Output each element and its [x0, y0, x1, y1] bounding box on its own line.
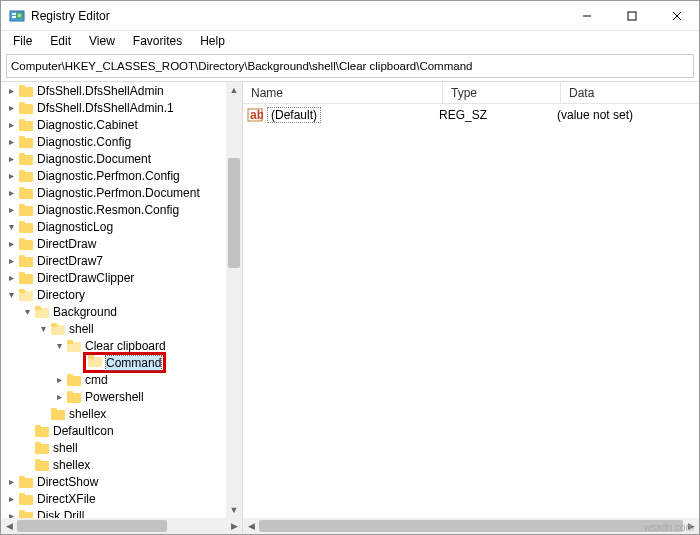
folder-icon	[19, 476, 33, 488]
tree-item-label: Diagnostic.Perfmon.Config	[37, 169, 180, 183]
tree-item-defaulticon[interactable]: DefaultIcon	[1, 422, 226, 439]
tree-item[interactable]: ▸DfsShell.DfsShellAdmin.1	[1, 99, 226, 116]
expand-icon[interactable]	[21, 459, 33, 471]
tree-item-label: Diagnostic.Document	[37, 152, 151, 166]
maximize-button[interactable]	[609, 1, 654, 31]
address-bar[interactable]: Computer\HKEY_CLASSES_ROOT\Directory\Bac…	[6, 54, 694, 78]
scroll-up-button[interactable]: ▲	[226, 82, 242, 98]
expand-icon[interactable]: ▾	[37, 323, 49, 335]
folder-icon	[19, 85, 33, 97]
folder-icon	[19, 493, 33, 505]
tree-item-shell[interactable]: ▾shell	[1, 320, 226, 337]
tree-item-background[interactable]: ▾Background	[1, 303, 226, 320]
tree-item[interactable]: ▸Disk Drill	[1, 507, 226, 518]
expand-icon[interactable]: ▸	[5, 238, 17, 250]
menu-file[interactable]: File	[5, 32, 40, 50]
expand-icon[interactable]: ▸	[53, 391, 65, 403]
expand-icon[interactable]: ▸	[5, 102, 17, 114]
values-hscroll-track[interactable]	[259, 518, 683, 534]
scroll-thumb[interactable]	[228, 158, 240, 268]
expand-icon[interactable]	[21, 442, 33, 454]
tree-item-cmd[interactable]: ▸cmd	[1, 371, 226, 388]
expand-icon[interactable]: ▸	[5, 136, 17, 148]
tree-item-label: Diagnostic.Config	[37, 135, 131, 149]
values-scroll-right-button[interactable]: ▶	[683, 518, 699, 534]
tree-item[interactable]: ▸DfsShell.DfsShellAdmin	[1, 82, 226, 99]
tree-item[interactable]: ▸Diagnostic.Resmon.Config	[1, 201, 226, 218]
expand-icon[interactable]: ▸	[5, 85, 17, 97]
tree-item[interactable]: ▸Diagnostic.Perfmon.Document	[1, 184, 226, 201]
registry-tree[interactable]: ▸DfsShell.DfsShellAdmin▸DfsShell.DfsShel…	[1, 82, 226, 518]
expand-icon[interactable]: ▸	[5, 476, 17, 488]
expand-icon[interactable]: ▸	[5, 255, 17, 267]
values-list[interactable]: ab (Default) REG_SZ (value not set)	[243, 104, 699, 518]
expand-icon[interactable]: ▾	[21, 306, 33, 318]
svg-rect-5	[628, 12, 636, 20]
tree-item[interactable]: ▸Diagnostic.Config	[1, 133, 226, 150]
menu-view[interactable]: View	[81, 32, 123, 50]
folder-icon	[19, 204, 33, 216]
expand-icon[interactable]: ▸	[53, 374, 65, 386]
expand-icon[interactable]: ▸	[5, 493, 17, 505]
tree-item-command[interactable]: Command	[1, 354, 226, 371]
expand-icon[interactable]: ▸	[5, 272, 17, 284]
expand-icon[interactable]	[69, 357, 81, 369]
tree-item-label: DfsShell.DfsShellAdmin.1	[37, 101, 174, 115]
tree-item-label: Directory	[37, 288, 85, 302]
expand-icon[interactable]: ▸	[5, 510, 17, 519]
menu-help[interactable]: Help	[192, 32, 233, 50]
expand-icon[interactable]: ▸	[5, 170, 17, 182]
scroll-right-button[interactable]: ▶	[226, 518, 242, 534]
values-horizontal-scrollbar[interactable]: ◀ ▶	[243, 518, 699, 534]
expand-icon[interactable]: ▸	[5, 119, 17, 131]
tree-item-powershell[interactable]: ▸Powershell	[1, 388, 226, 405]
tree-item[interactable]: ▸Diagnostic.Perfmon.Config	[1, 167, 226, 184]
expand-icon[interactable]	[21, 425, 33, 437]
tree-item[interactable]: ▾DiagnosticLog	[1, 218, 226, 235]
expand-icon[interactable]: ▸	[5, 153, 17, 165]
hscroll-track[interactable]	[17, 518, 226, 534]
column-type[interactable]: Type	[443, 82, 561, 103]
tree-horizontal-scrollbar[interactable]: ◀ ▶	[1, 518, 242, 534]
folder-icon	[19, 153, 33, 165]
close-button[interactable]	[654, 1, 699, 31]
tree-item[interactable]: ▸DirectDraw7	[1, 252, 226, 269]
hscroll-thumb[interactable]	[17, 520, 167, 532]
tree-item-shell2[interactable]: shell	[1, 439, 226, 456]
tree-item-label: Command	[106, 356, 161, 370]
menu-favorites[interactable]: Favorites	[125, 32, 190, 50]
column-data[interactable]: Data	[561, 82, 699, 103]
tree-item[interactable]: ▸DirectDraw	[1, 235, 226, 252]
expand-icon[interactable]: ▸	[5, 204, 17, 216]
minimize-button[interactable]	[564, 1, 609, 31]
tree-item-directory[interactable]: ▾Directory	[1, 286, 226, 303]
expand-icon[interactable]: ▸	[5, 187, 17, 199]
tree-vertical-scrollbar[interactable]: ▲ ▼	[226, 82, 242, 518]
tree-item-label: Powershell	[85, 390, 144, 404]
tree-item[interactable]: ▸DirectXFile	[1, 490, 226, 507]
tree-item[interactable]: ▸Diagnostic.Cabinet	[1, 116, 226, 133]
tree-item-shellex[interactable]: shellex	[1, 405, 226, 422]
value-row-default[interactable]: ab (Default) REG_SZ (value not set)	[247, 106, 695, 124]
expand-icon[interactable]: ▾	[53, 340, 65, 352]
values-hscroll-thumb[interactable]	[259, 520, 683, 532]
expand-icon[interactable]: ▾	[5, 289, 17, 301]
titlebar[interactable]: Registry Editor	[1, 1, 699, 31]
scroll-track[interactable]	[226, 98, 242, 502]
tree-item[interactable]: ▸DirectShow	[1, 473, 226, 490]
tree-item[interactable]: ▸DirectDrawClipper	[1, 269, 226, 286]
scroll-left-button[interactable]: ◀	[1, 518, 17, 534]
tree-item[interactable]: ▸Diagnostic.Document	[1, 150, 226, 167]
expand-icon[interactable]: ▾	[5, 221, 17, 233]
tree-item-label: DirectDraw	[37, 237, 96, 251]
folder-icon	[19, 510, 33, 519]
expand-icon[interactable]	[37, 408, 49, 420]
menu-edit[interactable]: Edit	[42, 32, 79, 50]
values-scroll-left-button[interactable]: ◀	[243, 518, 259, 534]
tree-item-label: DfsShell.DfsShellAdmin	[37, 84, 164, 98]
tree-item-shellex2[interactable]: shellex	[1, 456, 226, 473]
tree-item-label: shell	[69, 322, 94, 336]
column-name[interactable]: Name	[243, 82, 443, 103]
scroll-down-button[interactable]: ▼	[226, 502, 242, 518]
tree-item-label: DiagnosticLog	[37, 220, 113, 234]
